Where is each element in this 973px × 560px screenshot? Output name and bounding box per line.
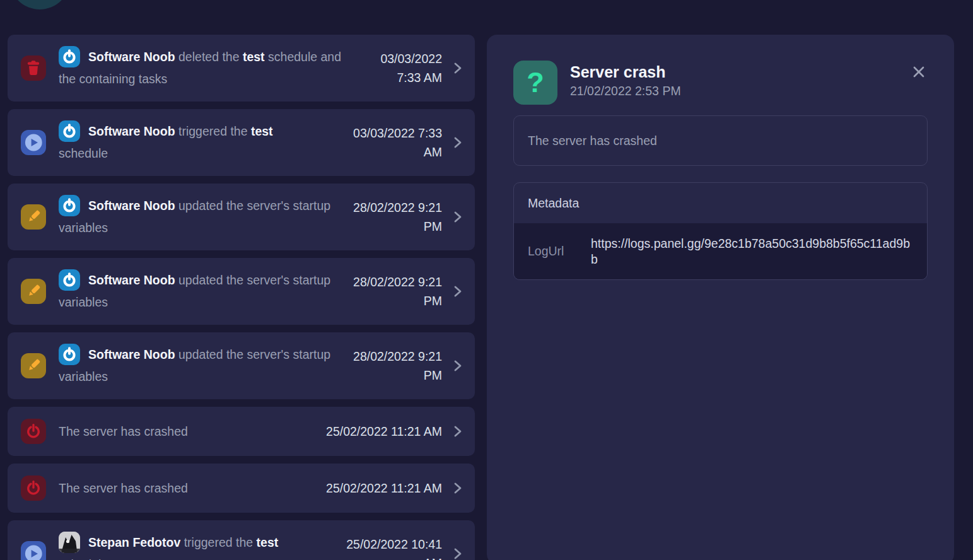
user-photo-avatar (59, 532, 80, 553)
metadata-title: Metadata (514, 183, 927, 223)
activity-description: Software Noob updated the server's start… (59, 195, 347, 239)
activity-date: 03/03/2022 7:33 AM (360, 49, 442, 87)
activity-date: 28/02/2022 9:21 PM (347, 347, 442, 385)
event-timestamp: 21/02/2022 2:53 PM (570, 83, 681, 99)
activity-description: Software Noob triggered the test schedul… (59, 120, 333, 165)
play-icon (21, 130, 46, 155)
activity-row[interactable]: Software Noob updated the server's start… (8, 258, 475, 325)
metadata-row: LogUrl https://logs.panel.gg/9e28c1b78a5… (514, 223, 927, 279)
event-detail-header: ? Server crash 21/02/2022 2:53 PM (513, 61, 928, 105)
panel-logo-avatar (59, 269, 80, 291)
activity-log-list: Software Noob deleted the test schedule … (8, 35, 475, 560)
activity-description: Stepan Fedotov triggered the test schedu… (59, 532, 330, 560)
panel-logo-avatar (59, 46, 80, 67)
activity-description: The server has crashed (59, 421, 326, 443)
chevron-right-icon (453, 211, 462, 223)
chevron-right-icon (453, 359, 462, 372)
activity-row[interactable]: Stepan Fedotov triggered the test schedu… (8, 520, 475, 560)
activity-description: The server has crashed (59, 477, 326, 499)
metadata-value: https://logs.panel.gg/9e28c1b78a50c31d9b… (591, 236, 913, 267)
power-icon (21, 419, 46, 444)
trash-icon (21, 55, 46, 81)
power-icon (21, 475, 46, 501)
question-icon: ? (513, 61, 557, 105)
activity-row[interactable]: Software Noob updated the server's start… (8, 332, 475, 399)
panel-logo-avatar (59, 344, 80, 365)
activity-row[interactable]: The server has crashed 25/02/2022 11:21 … (8, 464, 475, 513)
metadata-box: Metadata LogUrl https://logs.panel.gg/9e… (513, 182, 928, 280)
chevron-right-icon (453, 547, 462, 560)
activity-date: 28/02/2022 9:21 PM (347, 198, 442, 236)
panel-logo-avatar (59, 195, 80, 216)
activity-description: Software Noob updated the server's start… (59, 344, 347, 388)
activity-date: 25/02/2022 10:41 AM (330, 535, 442, 560)
event-description: The server has crashed (528, 134, 657, 148)
pencil-icon (21, 279, 46, 304)
close-icon (912, 66, 925, 78)
event-title: Server crash (570, 62, 681, 81)
activity-date: 25/02/2022 11:21 AM (326, 422, 442, 441)
chevron-right-icon (453, 136, 462, 149)
close-button[interactable] (911, 64, 926, 79)
chevron-right-icon (453, 425, 462, 438)
event-description-box: The server has crashed (513, 115, 928, 166)
event-detail-panel: ? Server crash 21/02/2022 2:53 PM The se… (487, 35, 954, 560)
chevron-right-icon (453, 482, 462, 494)
activity-row[interactable]: Software Noob deleted the test schedule … (8, 35, 475, 102)
metadata-key: LogUrl (528, 244, 577, 259)
activity-row[interactable]: Software Noob updated the server's start… (8, 184, 475, 250)
pencil-icon (21, 353, 46, 378)
pencil-icon (21, 204, 46, 230)
activity-description: Software Noob updated the server's start… (59, 269, 347, 313)
activity-date: 03/03/2022 7:33 AM (333, 124, 443, 161)
panel-logo-avatar (59, 120, 80, 142)
server-avatar-partial (9, 0, 70, 9)
activity-date: 28/02/2022 9:21 PM (347, 272, 442, 310)
play-icon (21, 541, 46, 560)
chevron-right-icon (453, 62, 462, 74)
activity-row[interactable]: Software Noob triggered the test schedul… (8, 109, 475, 176)
chevron-right-icon (453, 285, 462, 298)
activity-description: Software Noob deleted the test schedule … (59, 46, 360, 90)
activity-row[interactable]: The server has crashed 25/02/2022 11:21 … (8, 407, 475, 456)
activity-date: 25/02/2022 11:21 AM (326, 479, 442, 498)
